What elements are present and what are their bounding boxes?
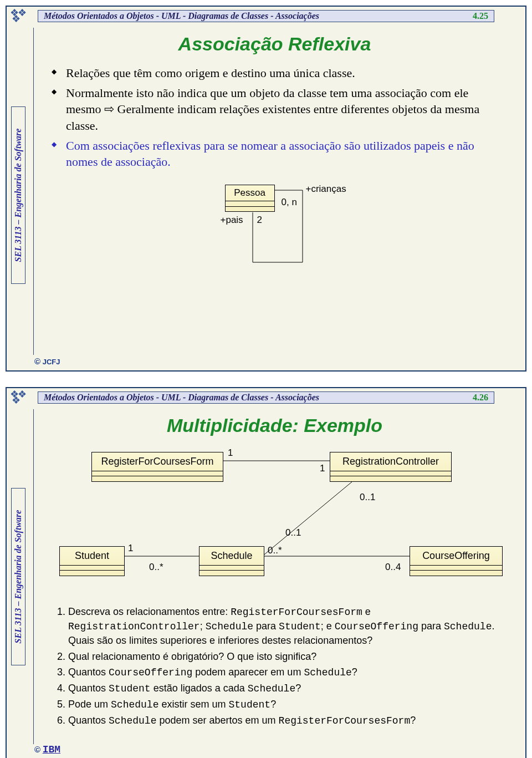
uml-reflexive-diagram: Pessoa +crianças 0, n +pais 2 — [203, 185, 347, 273]
page-number: 4.25 — [473, 11, 488, 21]
header-bar: Métodos Orientados a Objetos - UML - Dia… — [38, 391, 494, 404]
bullet-item: Normalmente isto não indica que um objet… — [52, 85, 505, 134]
mult-label: 0..* — [149, 562, 163, 573]
mult-label: 1 — [128, 543, 133, 554]
slide-title: Multiplicidade: Exemplo — [34, 415, 515, 436]
uml-role-children: +crianças — [306, 184, 346, 195]
page-number: 4.26 — [473, 393, 488, 403]
question-item: Pode um Schedule existir sem um Student? — [68, 698, 504, 712]
corner-ornament-icon: ❖❖ ❖ — [10, 10, 31, 22]
bullet-item: Relações que têm como origem e destino u… — [52, 65, 505, 82]
question-list: Descreva os relacionamentos entre: Regis… — [56, 605, 504, 729]
slide-title: Associação Reflexiva — [34, 33, 515, 55]
copyright-icon: © — [34, 745, 40, 754]
uml-associations — [44, 446, 520, 602]
question-item: Quantos Student estão ligados a cada Sch… — [68, 681, 504, 696]
slide-2: ❖❖ ❖ Métodos Orientados a Objetos - UML … — [6, 387, 526, 758]
mult-label: 1 — [320, 463, 325, 474]
header-text: Métodos Orientados a Objetos - UML - Dia… — [44, 11, 319, 21]
slide-content: Associação Reflexiva Relações que têm co… — [33, 28, 515, 355]
bullet-list: Relações que têm como origem e destino u… — [34, 65, 515, 170]
uml-multiplicity-diagram: RegisterForCoursesForm RegistrationContr… — [44, 446, 520, 602]
side-course-label: SEL 3113 – Engenharia de Software — [11, 106, 25, 284]
mult-label: 1 — [228, 447, 233, 459]
bullet-item: Com associações reflexivas para se nomea… — [52, 138, 505, 170]
footer: © IBM — [34, 744, 60, 755]
question-item: Descreva os relacionamentos entre: Regis… — [68, 605, 504, 648]
slide-1: ❖❖ ❖ Métodos Orientados a Objetos - UML … — [6, 6, 526, 372]
mult-label: 0..1 — [285, 527, 301, 538]
question-item: Quantos Schedule podem ser abertos em um… — [68, 714, 504, 728]
uml-role-parents: +pais — [221, 215, 243, 226]
mult-label: 0..4 — [385, 562, 401, 573]
corner-ornament-icon: ❖❖ ❖ — [10, 391, 31, 404]
svg-line-1 — [264, 482, 352, 554]
header-text: Métodos Orientados a Objetos - UML - Dia… — [44, 393, 319, 403]
footer: © JCFJ — [34, 357, 60, 366]
side-course-label: SEL 3113 – Engenharia de Software — [11, 488, 25, 665]
footer-author: JCFJ — [43, 358, 60, 366]
uml-mult-parents: 2 — [257, 215, 262, 226]
side-course-label-text: SEL 3113 – Engenharia de Software — [13, 510, 23, 644]
header-bar: Métodos Orientados a Objetos - UML - Dia… — [38, 10, 494, 22]
uml-association-line — [203, 185, 347, 273]
slide-content: Multiplicidade: Exemplo RegisterForCours… — [33, 409, 515, 744]
mult-label: 0..* — [268, 545, 282, 556]
uml-mult-children: 0, n — [282, 197, 297, 208]
mult-label: 0..1 — [360, 492, 375, 503]
question-item: Quantos CourseOffering podem aparecer em… — [68, 665, 504, 680]
side-course-label-text: SEL 3113 – Engenharia de Software — [13, 129, 23, 262]
ibm-logo-icon: IBM — [43, 744, 60, 755]
question-item: Qual relacionamento é obrigatório? O que… — [68, 650, 504, 664]
copyright-icon: © — [34, 357, 40, 366]
